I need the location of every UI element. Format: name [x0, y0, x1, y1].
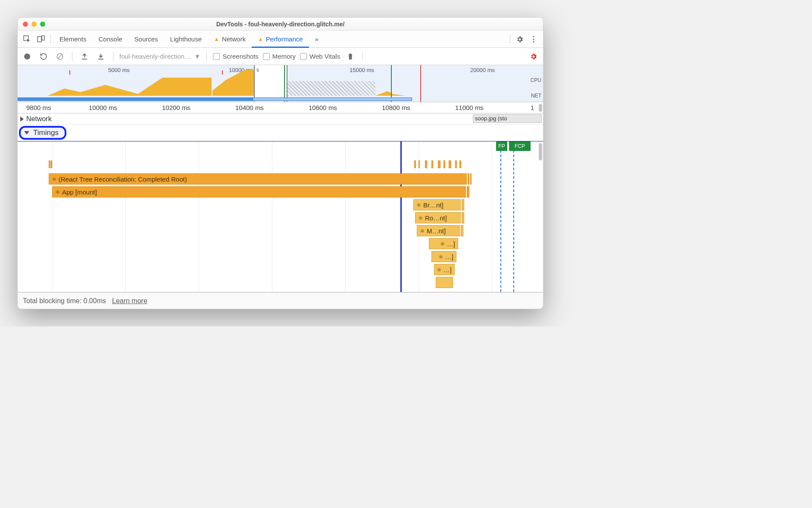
overview-net-label: NET — [531, 93, 541, 99]
timeline-ruler[interactable]: 9800 ms 10000 ms 10200 ms 10400 ms 10600… — [18, 102, 543, 113]
tab-performance[interactable]: ▲Performance — [252, 31, 309, 48]
blocking-time-text: Total blocking time: 0.00ms — [23, 297, 106, 305]
devtools-window: DevTools - foul-heavenly-direction.glitc… — [17, 17, 543, 309]
tab-network[interactable]: ▲Network — [208, 31, 252, 48]
flame-bar-sub[interactable]: ⚛ …] — [429, 238, 458, 249]
network-item[interactable]: soop.jpg (sto — [473, 114, 542, 123]
overview-cpu-activity — [48, 78, 212, 96]
flame-bar-sub[interactable]: ⚛ Ro…nt] — [415, 212, 461, 223]
save-profile-button[interactable] — [95, 50, 107, 63]
current-position-marker[interactable] — [400, 141, 402, 292]
svg-point-3 — [533, 36, 534, 37]
svg-point-5 — [533, 41, 534, 42]
screenshots-checkbox[interactable]: Screenshots — [213, 53, 258, 60]
maximize-window-button[interactable] — [40, 22, 45, 27]
scrollbar[interactable] — [539, 104, 542, 112]
flame-bar[interactable] — [449, 160, 451, 168]
clear-button[interactable] — [54, 50, 66, 63]
react-icon: ⚛ — [438, 254, 443, 260]
flame-bar-react-tree[interactable]: ⚛ (React Tree Reconciliation: Completed … — [49, 173, 467, 185]
flame-bar[interactable] — [425, 160, 427, 168]
overview-green-marker — [284, 65, 285, 102]
flame-bar[interactable] — [418, 160, 420, 168]
flame-bar[interactable] — [49, 160, 50, 168]
collect-garbage-button[interactable] — [344, 50, 356, 63]
flame-bar[interactable] — [443, 160, 445, 168]
tab-lighthouse[interactable]: Lighthouse — [164, 31, 208, 48]
overview-tick: 15000 ms — [350, 67, 374, 73]
inspect-element-icon[interactable] — [20, 32, 34, 46]
flame-bar-app-mount[interactable]: ⚛ App [mount] — [52, 186, 466, 198]
svg-point-6 — [24, 53, 30, 60]
warning-icon: ▲ — [258, 36, 263, 42]
react-icon: ⚛ — [418, 215, 423, 221]
record-button[interactable] — [21, 50, 33, 63]
network-track[interactable]: Network soop.jpg (sto — [18, 113, 543, 125]
flame-bar-sub[interactable]: ⚛ Br…nt] — [413, 199, 461, 210]
flame-bar[interactable] — [459, 160, 461, 168]
flame-bar-sub[interactable]: ⚛ …] — [431, 251, 456, 262]
flame-bar[interactable] — [455, 160, 457, 168]
load-profile-button[interactable] — [78, 50, 91, 63]
react-icon: ⚛ — [420, 228, 425, 234]
overview-selection[interactable]: s — [254, 65, 287, 102]
device-toolbar-icon[interactable] — [34, 32, 48, 46]
performance-toolbar: foul-heavenly-direction.... ▼ Screenshot… — [18, 48, 543, 65]
tab-sources[interactable]: Sources — [128, 31, 164, 48]
overview-cpu-label: CPU — [531, 77, 541, 83]
profile-dropdown[interactable]: foul-heavenly-direction.... ▼ — [119, 53, 200, 60]
svg-line-8 — [58, 54, 62, 58]
flame-bar[interactable] — [414, 160, 416, 168]
learn-more-link[interactable]: Learn more — [112, 297, 147, 305]
scrollbar[interactable] — [539, 143, 542, 160]
status-bar: Total blocking time: 0.00ms Learn more — [18, 292, 543, 309]
tab-elements[interactable]: Elements — [53, 31, 93, 48]
svg-rect-1 — [37, 37, 41, 42]
fcp-marker[interactable]: FCP — [509, 141, 531, 151]
tracks-area: Network soop.jpg (sto Timings — [18, 113, 543, 292]
flame-bar[interactable] — [468, 173, 469, 185]
flame-bar[interactable] — [461, 225, 463, 236]
flame-bar-sub[interactable]: ⚛ M…nt] — [417, 225, 460, 236]
overview-net-bar — [18, 97, 253, 101]
flame-bar[interactable] — [436, 277, 453, 288]
close-window-button[interactable] — [23, 22, 28, 27]
flame-bar[interactable] — [462, 212, 464, 223]
overview-red-marker — [420, 65, 421, 102]
flame-bar[interactable] — [462, 199, 464, 210]
tab-console[interactable]: Console — [93, 31, 128, 48]
fcp-marker-line — [513, 141, 514, 292]
flame-chart[interactable]: FP FCP ⚛ (React Tree Reconciliation: Com… — [18, 141, 543, 292]
disclosure-down-icon[interactable] — [24, 131, 29, 135]
network-track-label: Network — [26, 115, 52, 123]
svg-rect-2 — [42, 36, 44, 40]
window-title: DevTools - foul-heavenly-direction.glitc… — [216, 21, 345, 28]
webvitals-checkbox[interactable]: Web Vitals — [300, 53, 340, 60]
flame-bar[interactable] — [470, 173, 472, 185]
panel-tabbar: Elements Console Sources Lighthouse ▲Net… — [18, 31, 543, 48]
overview-marker — [69, 70, 70, 75]
flame-bar[interactable] — [50, 160, 52, 168]
reload-button[interactable] — [37, 50, 50, 63]
kebab-menu-icon[interactable] — [527, 32, 540, 46]
capture-settings-icon[interactable] — [528, 50, 540, 63]
flame-bar[interactable] — [467, 186, 469, 198]
disclosure-right-icon[interactable] — [20, 116, 24, 122]
overview-cpu-activity — [281, 81, 375, 96]
fp-marker[interactable]: FP — [496, 141, 507, 151]
react-icon: ⚛ — [55, 189, 60, 195]
settings-icon[interactable] — [513, 32, 527, 46]
react-icon: ⚛ — [416, 202, 422, 208]
overview-tick: 20000 ms — [470, 67, 495, 73]
overview-marker — [222, 70, 223, 75]
tab-overflow[interactable]: » — [309, 31, 325, 48]
window-controls — [23, 22, 45, 27]
timings-track-header[interactable]: Timings — [18, 125, 543, 141]
minimize-window-button[interactable] — [31, 22, 37, 27]
flame-bar-sub[interactable]: ⚛ …] — [434, 264, 455, 275]
overview-timeline[interactable]: 5000 ms 10000 ms 15000 ms 20000 ms CPU N… — [18, 65, 543, 102]
flame-bar[interactable] — [431, 160, 433, 168]
flame-bar[interactable] — [438, 160, 440, 168]
memory-checkbox[interactable]: Memory — [263, 53, 296, 60]
fp-marker-line — [500, 141, 501, 292]
